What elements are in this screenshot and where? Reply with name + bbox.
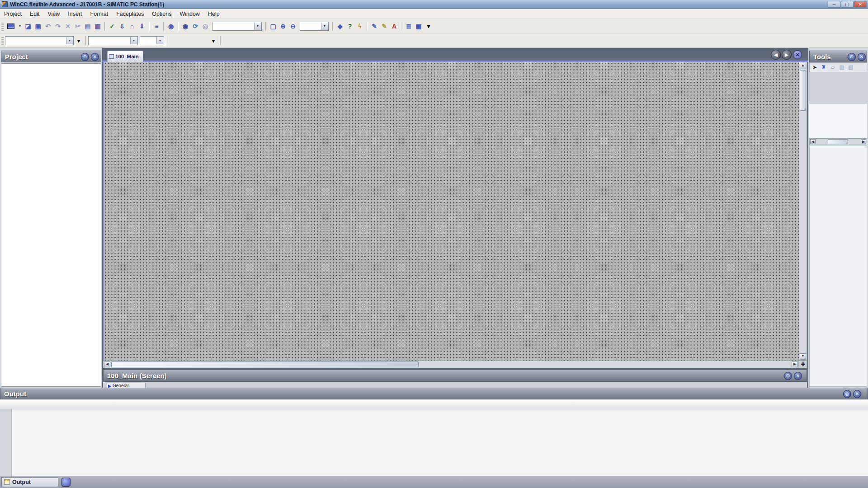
transfer-icon: ⇓	[139, 23, 145, 30]
tab-100-main[interactable]: 100_Main	[107, 51, 143, 62]
pen-color-icon: ✎	[372, 23, 377, 30]
highlight-color-icon: ✎	[382, 23, 387, 30]
process-status-icon[interactable]	[61, 478, 71, 487]
pin-icon[interactable]: ⊙	[81, 53, 89, 61]
open-project-icon: ◪	[25, 23, 31, 30]
font-color-icon[interactable]: A	[389, 21, 399, 31]
menu-edit[interactable]: Edit	[26, 9, 44, 19]
chevron-down-icon[interactable]: ▾	[208, 36, 218, 46]
cut-icon[interactable]: ✂	[73, 21, 83, 31]
diamond-icon[interactable]: ◆	[335, 21, 345, 31]
menu-options[interactable]: Options	[148, 9, 175, 19]
open-project-icon[interactable]: ◪	[23, 21, 33, 31]
project-panel-title: Project	[1, 53, 28, 61]
output-panel: Output ◎ ✕	[0, 388, 868, 476]
chevron-down-icon: ▾	[19, 24, 21, 28]
generate-icon[interactable]: ⇩	[117, 21, 127, 31]
output-tab-button[interactable]: Output	[1, 477, 58, 487]
close-icon[interactable]: ✕	[794, 372, 802, 380]
new-object-icon[interactable]: ▱	[829, 63, 837, 71]
canvas-pan-icon[interactable]: ✚	[799, 361, 807, 368]
select-area-icon[interactable]: ▢	[268, 21, 278, 31]
menu-format[interactable]: Format	[86, 9, 113, 19]
highlight-color-icon[interactable]: ✎	[379, 21, 389, 31]
find-next-icon[interactable]: ◎	[200, 21, 210, 31]
transfer-icon[interactable]: ⇓	[137, 21, 147, 31]
zoom-in-icon[interactable]: ⊕	[278, 21, 288, 31]
paste-icon[interactable]: ▥	[93, 21, 103, 31]
delete-icon[interactable]: ✕	[63, 21, 73, 31]
table-icon[interactable]: ▦	[414, 21, 424, 31]
font-size-combo[interactable]: ▾	[140, 36, 164, 45]
find-replace-icon[interactable]: ◉	[166, 21, 176, 31]
app-icon	[2, 1, 8, 7]
window-title: WinCC flexible Advanced - J17001B - SIMA…	[10, 1, 164, 8]
minimize-button[interactable]: ─	[828, 1, 840, 8]
tools-horizontal-scrollbar[interactable]: ◀ ▶	[809, 138, 867, 145]
pen-color-icon[interactable]: ✎	[369, 21, 379, 31]
language-combo[interactable]: ▾	[5, 36, 74, 45]
pin-icon[interactable]: ⊙	[784, 372, 792, 380]
stamp-tool-icon[interactable]: ♜	[820, 63, 828, 71]
pin-icon[interactable]: ⊙	[848, 53, 856, 61]
strike-button[interactable]	[198, 36, 208, 46]
close-editor-icon[interactable]: ✕	[793, 50, 802, 59]
bold-button[interactable]	[169, 36, 179, 46]
undo-icon[interactable]: ↶	[43, 21, 53, 31]
cut-icon: ✂	[75, 23, 80, 30]
properties-panel-header: 100_Main (Screen) ⊙ ✕	[103, 370, 807, 382]
chevron-down-icon[interactable]: ▾	[74, 36, 84, 46]
close-icon[interactable]: ✕	[853, 390, 861, 398]
toolbar-overflow-icon[interactable]: ▾	[424, 21, 434, 31]
close-icon[interactable]: ✕	[858, 53, 866, 61]
dock-icon[interactable]: ◎	[843, 390, 851, 398]
properties-tab-general[interactable]: General	[107, 383, 146, 388]
sync-icon[interactable]: ⟳	[190, 21, 200, 31]
tools-content-area	[809, 146, 867, 387]
edit-object-icon[interactable]: ▨	[838, 63, 846, 71]
pointer-tool-icon[interactable]: ➤	[811, 63, 819, 71]
redo-icon[interactable]: ↷	[53, 21, 63, 31]
project-tree	[1, 63, 101, 387]
project-panel: Project ⊙ ✕	[0, 48, 102, 388]
save-icon[interactable]: ▣	[33, 21, 43, 31]
object-search-combo[interactable]: ▾	[212, 22, 262, 31]
font-combo[interactable]: ▾	[88, 36, 138, 45]
line-style-icon: ≣	[406, 23, 411, 30]
menu-project[interactable]: Project	[0, 9, 26, 19]
menu-help[interactable]: Help	[204, 9, 224, 19]
rearrange-icon[interactable]: ≡	[151, 21, 161, 31]
find-icon[interactable]: ◉	[180, 21, 190, 31]
project-panel-header: Project ⊙ ✕	[1, 51, 101, 62]
menu-faceplates[interactable]: Faceplates	[112, 9, 148, 19]
simulate-icon: ∩	[130, 23, 134, 30]
line-style-icon[interactable]: ≣	[404, 21, 414, 31]
simulate-icon[interactable]: ∩	[127, 21, 137, 31]
graphics-tree	[809, 104, 867, 138]
wizard-icon[interactable]: ϟ	[355, 21, 365, 31]
menu-window[interactable]: Window	[175, 9, 203, 19]
zoom-combo[interactable]: ▾	[300, 22, 329, 31]
new-screen-icon	[7, 23, 14, 29]
new-button[interactable]: ▾	[5, 21, 23, 31]
close-button[interactable]: ✕	[854, 1, 867, 8]
help-mode-icon[interactable]: ?	[345, 21, 355, 31]
menu-insert[interactable]: Insert	[64, 9, 86, 19]
canvas-horizontal-scrollbar[interactable]: ◀ ▶	[103, 361, 799, 368]
italic-button[interactable]	[179, 36, 189, 46]
nav-forward-icon[interactable]: ▶	[782, 50, 792, 60]
copy-icon[interactable]: ▤	[83, 21, 93, 31]
nav-back-icon[interactable]: ◀	[771, 50, 781, 60]
menu-view[interactable]: View	[43, 9, 64, 19]
toolbar-standard: ▾◪▣↶↷✕✂▤▥✓⇩∩⇓≡◉◉⟳◎▾▢⊕⊖▾◆?ϟ✎✎A≣▦▾	[0, 19, 868, 33]
delete-object-icon[interactable]: ▧	[847, 63, 855, 71]
maximize-button[interactable]: ▢	[841, 1, 854, 8]
redo-icon: ↷	[55, 23, 61, 30]
zoom-out-icon[interactable]: ⊖	[288, 21, 298, 31]
canvas-vertical-scrollbar[interactable]: ▲ ▼	[799, 62, 807, 361]
screen-canvas[interactable]	[103, 62, 799, 361]
close-icon[interactable]: ✕	[91, 53, 99, 61]
properties-panel-body: General	[103, 382, 807, 388]
check-consistency-icon[interactable]: ✓	[107, 21, 117, 31]
underline-button[interactable]	[189, 36, 198, 46]
